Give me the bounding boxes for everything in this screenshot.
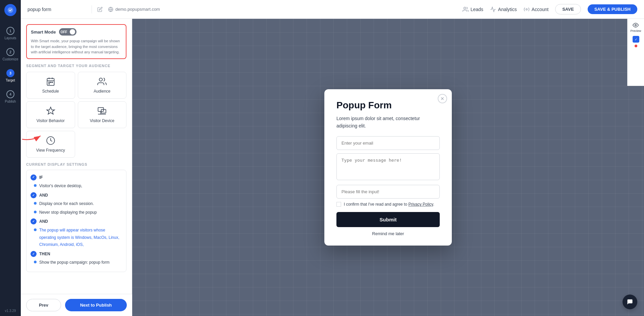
svg-point-13 <box>99 78 102 81</box>
targeting-card-view-frequency[interactable]: View Frequency <box>26 131 75 158</box>
save-button[interactable]: SAVE <box>555 4 581 14</box>
step-label-customize: Customize <box>2 57 18 61</box>
popup-fill-input[interactable] <box>336 185 440 199</box>
step-num-1: 1 <box>6 27 14 35</box>
dot-os <box>34 228 37 231</box>
step-label-publish: Publish <box>5 100 16 103</box>
account-label: Account <box>532 7 549 12</box>
main-canvas: ✕ Popup Form Lorem ipsum dolor sit amet,… <box>132 19 644 316</box>
popup-message-textarea[interactable] <box>336 153 440 180</box>
visitor-device-label: Visitor Device <box>90 118 114 123</box>
bottom-buttons: Prev Next to Publish <box>21 294 132 316</box>
step-label-layouts: Layouts <box>4 36 16 40</box>
topbar: demo.popupsmart.com Leads Analytics Acco… <box>21 0 644 19</box>
prev-button[interactable]: Prev <box>26 299 61 311</box>
topbar-divider-1 <box>92 5 92 13</box>
visitor-behavior-label: Visitor Behavior <box>37 118 65 123</box>
preview-panel: Preview ✓ <box>627 19 644 86</box>
if-badge: ✓ <box>31 174 37 180</box>
account-nav-item[interactable]: Account <box>524 6 549 12</box>
svg-point-4 <box>526 8 528 10</box>
sidebar-step-target[interactable]: 3 Target <box>0 65 21 86</box>
preview-label: Preview <box>630 29 641 33</box>
targeting-card-audience[interactable]: Audience <box>78 72 127 99</box>
svg-point-3 <box>464 7 466 9</box>
save-publish-button[interactable]: SAVE & PUBLISH <box>588 4 637 14</box>
popup-close-button[interactable]: ✕ <box>438 94 447 103</box>
dot-red <box>635 45 637 47</box>
settings-box: ✓ IF Visitor's device desktop, ✓ AND Dis… <box>26 170 126 272</box>
url-text: demo.popupsmart.com <box>115 7 160 12</box>
leads-nav-item[interactable]: Leads <box>463 6 483 12</box>
os-value: The popup will appear visitors whose ope… <box>39 227 122 249</box>
svg-point-0 <box>8 7 13 13</box>
topbar-right: Leads Analytics Account SAVE SAVE & PUBL… <box>463 4 637 14</box>
popup-desc: Lorem ipsum dolor sit amet, consectetur … <box>336 115 440 130</box>
preview-dot-green: ✓ <box>633 36 639 43</box>
dot-show <box>34 261 37 263</box>
app-logo[interactable] <box>4 4 16 16</box>
svg-point-9 <box>49 82 49 83</box>
svg-point-20 <box>635 24 637 26</box>
current-settings-label: CURRENT DISPLAY SETTINGS <box>26 162 126 166</box>
preview-dot-red <box>635 45 637 47</box>
smart-mode-toggle[interactable]: OFF <box>59 28 76 36</box>
step-num-2: 2 <box>6 48 14 56</box>
visitor-device-value: Visitor's device desktop, <box>39 182 82 190</box>
popup-title: Popup Form <box>336 100 440 111</box>
version-label: v1.3.29 <box>5 309 16 316</box>
svg-point-12 <box>49 83 49 84</box>
sidebar-step-layouts[interactable]: 1 Layouts <box>0 23 21 44</box>
smart-mode-header: Smart Mode OFF <box>31 28 122 36</box>
chat-bubble[interactable] <box>623 295 637 309</box>
show-value: Show the popup campaign: popup form <box>39 259 109 266</box>
step-num-3: 3 <box>6 69 14 77</box>
toggle-text: OFF <box>60 30 67 34</box>
svg-point-11 <box>52 82 52 83</box>
targeting-card-visitor-device[interactable]: Visitor Device <box>78 101 127 128</box>
edit-icon[interactable] <box>97 7 103 12</box>
left-panel: Smart Mode OFF With Smart mode, your pop… <box>21 19 132 316</box>
display-once-value: Display once for each session. <box>39 200 94 208</box>
popup-privacy-checkbox[interactable] <box>336 202 341 207</box>
audience-label: Audience <box>94 89 110 94</box>
campaign-title-input[interactable] <box>28 7 86 12</box>
privacy-policy-link[interactable]: Privacy Policy <box>408 202 433 207</box>
and1-badge: ✓ <box>31 192 37 198</box>
segment-label: SEGMENT AND TARGET YOUR AUDIENCE <box>26 64 126 68</box>
sidebar-step-publish[interactable]: 4 Publish <box>0 86 21 107</box>
view-frequency-label: View Frequency <box>36 148 65 153</box>
analytics-nav-item[interactable]: Analytics <box>490 6 517 12</box>
analytics-label: Analytics <box>498 7 517 12</box>
popup-submit-button[interactable]: Submit <box>336 212 440 227</box>
popup-modal: ✕ Popup Form Lorem ipsum dolor sit amet,… <box>324 89 452 246</box>
leads-label: Leads <box>471 7 483 12</box>
dot-display-once <box>34 202 37 205</box>
schedule-label: Schedule <box>42 89 59 94</box>
toggle-knob <box>70 29 75 35</box>
popup-email-input[interactable] <box>336 136 440 150</box>
preview-dot-row: ✓ <box>633 36 639 47</box>
sidebar-step-customize[interactable]: 2 Customize <box>0 44 21 65</box>
preview-button[interactable]: Preview <box>630 22 641 33</box>
never-stop-value: Never stop displaying the popup <box>39 209 97 216</box>
popup-checkbox-label: I confirm that I've read and agree to Pr… <box>344 202 434 207</box>
targeting-card-schedule[interactable]: Schedule <box>26 72 75 99</box>
targeting-card-visitor-behavior[interactable]: Visitor Behavior <box>26 101 75 128</box>
step-num-4: 4 <box>6 90 14 98</box>
smart-mode-box: Smart Mode OFF With Smart mode, your pop… <box>26 24 126 59</box>
topbar-url: demo.popupsmart.com <box>108 7 160 12</box>
if-label: IF <box>39 174 43 181</box>
sidebar-nav: 1 Layouts 2 Customize 3 Target 4 Publish… <box>0 0 21 316</box>
dot-never-stop <box>34 211 37 213</box>
step-label-target: Target <box>6 78 15 82</box>
next-to-publish-button[interactable]: Next to Publish <box>65 299 127 311</box>
then-badge: ✓ <box>31 251 37 257</box>
and1-label: AND <box>39 192 48 199</box>
and2-badge: ✓ <box>31 218 37 224</box>
popup-remind-button[interactable]: Remind me later <box>336 231 440 236</box>
smart-mode-label: Smart Mode <box>31 30 56 35</box>
dot-visitor-device <box>34 184 37 187</box>
svg-point-10 <box>50 82 51 83</box>
smart-mode-desc: With Smart mode, your popup campaign wil… <box>31 38 122 55</box>
